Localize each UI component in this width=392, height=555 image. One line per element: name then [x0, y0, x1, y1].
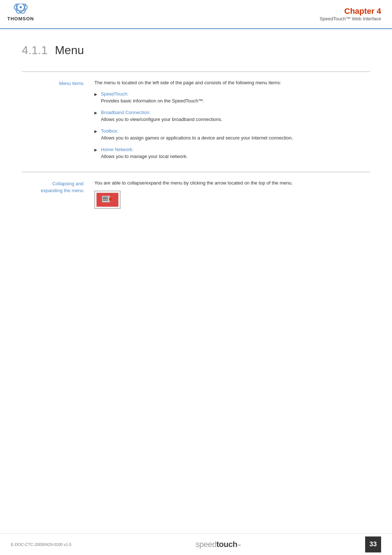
logo-area: THOMSON — [7, 4, 34, 21]
bullet-arrow-icon: ▶ — [94, 92, 97, 97]
broadband-link[interactable]: Broadband Connection: — [101, 110, 151, 115]
broadband-desc: Allows you to view/configure your broadb… — [101, 117, 222, 122]
list-item: ▶ SpeedTouch: Provides basic information… — [94, 90, 370, 105]
collapsing-content: You are able to collapse/expand the menu… — [94, 179, 370, 209]
main-content: 4.1.1 Menu Menu items The menu is locate… — [0, 29, 392, 216]
chapter-area: Chapter 4 SpeedTouch™ Web Interface — [319, 7, 381, 21]
page-footer: E-DOC-CTC-20050429-0100 v1.0 speed touch… — [0, 533, 392, 555]
collapsing-label: Collapsing and expanding the menu — [22, 179, 94, 209]
page-header: THOMSON Chapter 4 SpeedTouch™ Web Interf… — [0, 0, 392, 29]
toolbox-link[interactable]: Toolbox: — [101, 128, 118, 134]
menu-screenshot-image — [94, 191, 121, 209]
chapter-subtitle: SpeedTouch™ Web Interface — [319, 16, 381, 21]
svg-rect-6 — [103, 198, 108, 199]
footer-brand-tm: ™ — [237, 544, 241, 548]
footer-brand: speed touch ™ — [196, 540, 241, 549]
collapse-arrow-icon — [102, 196, 113, 204]
bullet-text: Broadband Connection: Allows you to view… — [101, 109, 222, 123]
footer-page-number: 33 — [365, 536, 381, 552]
bullet-arrow-icon: ▶ — [94, 129, 97, 134]
bullet-text: SpeedTouch: Provides basic information o… — [101, 90, 204, 105]
speedtouch-desc: Provides basic information on the SpeedT… — [101, 98, 204, 104]
section-number: 4.1.1 — [22, 44, 48, 57]
menu-items-content: The menu is located on the left side of … — [94, 79, 370, 165]
thomson-logo-icon — [13, 4, 28, 15]
bullet-text: Toolbox: Allows you to assign games or a… — [101, 127, 293, 142]
footer-brand-bold: touch — [216, 540, 237, 549]
bullet-arrow-icon: ▶ — [94, 110, 97, 116]
footer-doc-id: E-DOC-CTC-20050429-0100 v1.0 — [11, 542, 71, 547]
menu-bullet-list: ▶ SpeedTouch: Provides basic information… — [94, 90, 370, 160]
menu-items-label: Menu items — [22, 79, 94, 165]
svg-marker-8 — [109, 197, 112, 201]
footer-brand-regular: speed — [196, 540, 216, 549]
bullet-text: Home Network: Allows you to manage your … — [101, 146, 188, 160]
home-network-desc: Allows you to manage your local network. — [101, 154, 188, 159]
menu-items-intro: The menu is located on the left side of … — [94, 79, 370, 87]
logo-text: THOMSON — [7, 16, 34, 21]
svg-rect-7 — [103, 200, 108, 200]
bullet-arrow-icon: ▶ — [94, 147, 97, 153]
svg-point-3 — [20, 6, 22, 8]
section-heading: 4.1.1 Menu — [22, 44, 370, 57]
menu-screenshot-inner — [97, 193, 118, 207]
svg-rect-5 — [103, 197, 108, 198]
toolbox-desc: Allows you to assign games or applicatio… — [101, 135, 293, 141]
section-title: Menu — [55, 44, 84, 57]
list-item: ▶ Toolbox: Allows you to assign games or… — [94, 127, 370, 142]
menu-items-row: Menu items The menu is located on the le… — [22, 72, 370, 172]
collapsing-description: You are able to collapse/expand the menu… — [94, 179, 370, 187]
collapsing-row: Collapsing and expanding the menu You ar… — [22, 172, 370, 216]
speedtouch-link[interactable]: SpeedTouch: — [101, 91, 128, 97]
list-item: ▶ Broadband Connection: Allows you to vi… — [94, 109, 370, 123]
home-network-link[interactable]: Home Network: — [101, 147, 134, 152]
list-item: ▶ Home Network: Allows you to manage you… — [94, 146, 370, 160]
chapter-label: Chapter 4 — [319, 7, 381, 16]
